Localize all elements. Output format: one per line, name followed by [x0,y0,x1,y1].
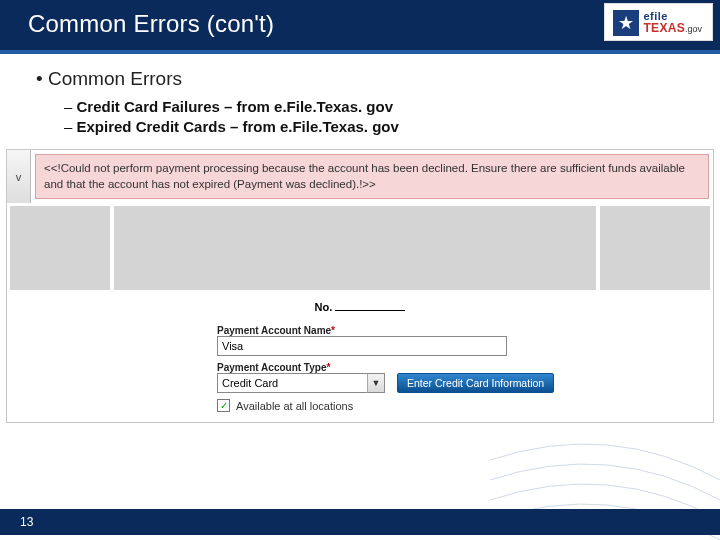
error-row: v <<!Could not perform payment processin… [7,150,713,203]
acct-name-input[interactable] [217,336,507,356]
brand-text: efile TEXAS.gov [643,11,702,35]
slide-title: Common Errors (con't) [28,10,692,38]
brand-logo: ★ efile TEXAS.gov [605,4,712,40]
acct-type-select[interactable]: ▼ [217,373,385,393]
redacted-panel [600,206,710,290]
error-banner: <<!Could not perform payment processing … [35,154,709,199]
content-area: Common Errors Credit Card Failures – fro… [0,54,720,135]
collapse-toggle[interactable]: v [7,150,31,203]
brand-mid: TEXAS [643,21,685,35]
bullet-main: Common Errors [36,68,684,90]
bullet-sub-1: Credit Card Failures – from e.File.Texas… [64,98,684,115]
acct-type-label: Payment Account Type* [217,362,362,373]
page-number: 13 [0,515,33,529]
acct-name-label: Payment Account Name* [217,325,362,336]
enter-credit-card-button[interactable]: Enter Credit Card Information [397,373,554,393]
form-row-acct-name: Payment Account Name* [217,325,713,356]
redacted-panel [10,206,110,290]
document-number-line: No. [7,293,713,319]
title-accent [0,50,720,54]
redacted-panel [114,206,596,290]
form-row-acct-type: Payment Account Type* ▼ Enter Credit Car… [217,362,713,393]
doc-no-label: No. [315,301,333,313]
slide-title-bar: Common Errors (con't) ★ efile TEXAS.gov [0,0,720,54]
bullet-sub-2: Expired Credit Cards – from e.File.Texas… [64,118,684,135]
chevron-down-icon[interactable]: ▼ [367,373,385,393]
doc-no-blank [335,310,405,311]
brand-bot: .gov [685,24,702,34]
checkbox-row: ✓ Available at all locations [217,399,713,412]
checkbox-label: Available at all locations [236,400,353,412]
embedded-screenshot: v <<!Could not perform payment processin… [6,149,714,423]
acct-type-value[interactable] [217,373,367,393]
star-icon: ★ [613,10,639,36]
payment-form: Payment Account Name* Payment Account Ty… [7,319,713,422]
redacted-panels [7,203,713,293]
available-all-locations-checkbox[interactable]: ✓ [217,399,230,412]
footer-bar: 13 [0,509,720,535]
